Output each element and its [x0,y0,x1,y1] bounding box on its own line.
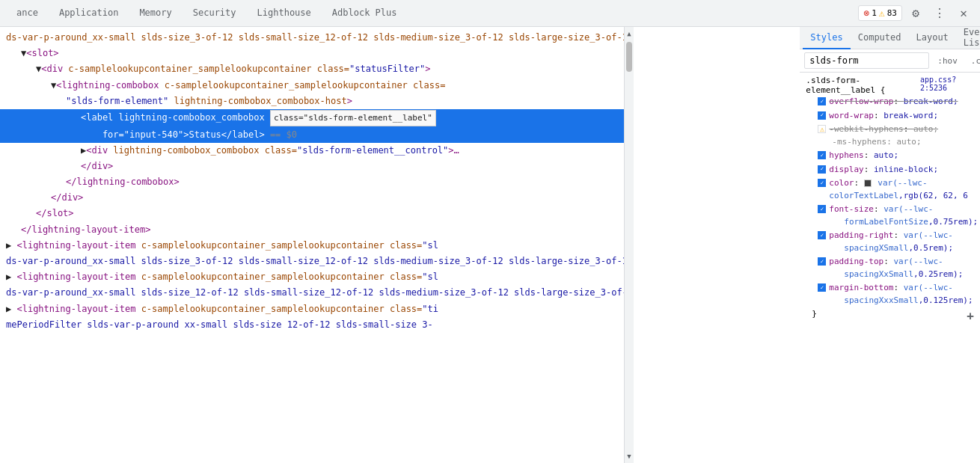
css-prop-padding-top: padding-top: var(--lwc- spacingXxSmall,0… [806,255,974,281]
styles-search-input[interactable] [804,52,929,69]
error-count: 1 [872,8,877,18]
css-checkbox-overflow-wrap[interactable] [818,97,826,105]
dom-panel: ds-var-p-around_xx-small slds-size_3-of-… [0,27,625,463]
css-checkbox-font-size[interactable] [818,205,826,213]
dom-line: ▼<slot> [0,46,624,61]
css-prop-word-wrap: word-wrap: break-word; [806,109,974,123]
css-checkbox-word-wrap[interactable] [818,111,826,120]
css-prop-overflow-wrap: overflow-wrap: break-word; [806,95,974,109]
tab-security[interactable]: Security [183,0,247,27]
dom-line: </slot> [0,206,624,221]
dom-line: mePeriodFilter slds-var-p-around xx-smal… [0,317,624,333]
hov-button[interactable]: :hov [932,54,963,68]
warn-count: 83 [887,8,897,18]
styles-panel: Styles Computed Layout Event Listeners »… [800,27,980,463]
close-icon: ✕ [960,6,967,20]
tab-computed-label: Computed [858,32,901,43]
dom-line: ▶<div lightning-combobox_combobox class=… [0,143,624,159]
styles-filter-bar: :hov .cls + ◀ [800,49,980,73]
css-source: app.css?2:5236 [920,76,974,95]
scroll-up-arrow[interactable]: ▲ [625,28,634,39]
css-checkbox-webkit-hyphens[interactable]: ⚠ [818,125,826,133]
tab-lighthouse[interactable]: Lighthouse [247,0,322,27]
css-prop-hyphens: hyphens: auto; [806,149,974,163]
dom-line: </div> [0,190,624,206]
css-selector: .slds-form-element__label { [806,76,920,95]
tab-ance-label: ance [16,7,38,18]
tab-event-listeners-label: Event Listeners [964,27,980,48]
css-rule-closing: } + [806,307,974,325]
css-prop-margin-bottom: margin-bottom: var(--lwc- spacingXxxSmal… [806,281,974,307]
more-icon: ⋮ [934,6,946,20]
css-checkbox-color[interactable] [818,179,826,187]
tab-styles[interactable]: Styles [803,27,850,49]
dom-line: </div> [0,159,624,174]
close-button[interactable]: ✕ [953,3,974,24]
tab-styles-label: Styles [810,32,842,43]
tab-security-label: Security [193,7,236,18]
tab-layout[interactable]: Layout [909,27,956,49]
dom-line: ▶ <lightning-layout-item c-samplelookupc… [0,301,624,317]
main-content: ds-var-p-around_xx-small slds-size_3-of-… [0,27,980,463]
gear-icon: ⚙ [912,6,919,20]
dom-panel-wrapper: ds-var-p-around_xx-small slds-size_3-of-… [0,27,800,463]
dom-line: ds-var-p-around_xx-small slds-size_12-of… [0,285,624,301]
dom-line: </lightning-layout-item> [0,222,624,238]
tab-memory[interactable]: Memory [129,0,182,27]
css-prop-display: display: inline-block; [806,163,974,177]
css-rule-header: .slds-form-element__label { app.css?2:52… [806,76,974,95]
tooltip-popup: class="slds-form-element__label" [270,110,436,126]
css-prop-padding-right: padding-right: var(--lwc- spacingXSmall,… [806,229,974,255]
tab-ance[interactable]: ance [6,0,49,27]
dom-line: ▼<div c-samplelookupcontainer_samplelook… [0,61,624,77]
dom-text: ds-var-p-around_xx-small slds-size_3-of-… [6,32,433,43]
scroll-thumb[interactable] [626,42,632,72]
dom-content[interactable]: ds-var-p-around_xx-small slds-size_3-of-… [0,27,624,463]
css-closing-brace: } [812,309,817,323]
dom-line: ds-var-p-around_xx-small slds-size_3-of-… [0,30,624,46]
add-property-button[interactable]: + [967,309,974,323]
css-prop-webkit-hyphens: ⚠ -webkit-hyphens: auto; -ms-hyphens: au… [806,123,974,149]
dom-line: ds-var-p-around_xx-small slds-size_3-of-… [0,254,624,269]
css-checkbox-margin-bottom[interactable] [818,283,826,292]
dom-line: "slds-form-element" lightning-combobox_c… [0,93,624,109]
dom-line-selected-cont[interactable]: for="input-540">Status</label> == $0 [0,127,624,143]
warn-icon: ⚠ [879,7,885,19]
dom-scrollbar[interactable]: ▲ ▼ [625,27,634,463]
error-icon: ⊗ [863,7,869,19]
tab-adblock-label: Adblock Plus [332,7,397,18]
tab-application-label: Application [59,7,118,18]
css-checkbox-display[interactable] [818,165,826,174]
dom-line: ▼<lightning-combobox c-samplelookupconta… [0,78,624,93]
css-prop-font-size: font-size: var(--lwc- formLabelFontSize,… [806,203,974,229]
styles-content[interactable]: .slds-form-element__label { app.css?2:52… [800,73,980,463]
top-nav: ance Application Memory Security Lightho… [0,0,980,27]
tab-adblock[interactable]: Adblock Plus [322,0,408,27]
css-checkbox-hyphens[interactable] [818,151,826,159]
error-warn-badge: ⊗ 1 ⚠ 83 [858,5,902,21]
color-swatch[interactable] [864,180,872,187]
dom-line: </lightning-combobox> [0,174,624,190]
nav-right: ⊗ 1 ⚠ 83 ⚙ ⋮ ✕ [858,3,974,24]
css-checkbox-padding-right[interactable] [818,231,826,239]
dom-line: ▶ <lightning-layout-item c-samplelookupc… [0,269,624,285]
tab-lighthouse-label: Lighthouse [257,7,311,18]
settings-button[interactable]: ⚙ [905,3,926,24]
css-prop-color: color: var(--lwc-colorTextLabel,rgb(62, … [806,177,974,203]
tab-application[interactable]: Application [49,0,129,27]
scroll-down-arrow[interactable]: ▼ [625,451,634,462]
tab-event-listeners[interactable]: Event Listeners [956,27,980,49]
styles-tabs: Styles Computed Layout Event Listeners » [800,27,980,49]
dom-line: ▶ <lightning-layout-item c-samplelookupc… [0,238,624,254]
tab-memory-label: Memory [139,7,171,18]
tab-layout-label: Layout [916,32,949,43]
tab-computed[interactable]: Computed [851,27,909,49]
cls-button[interactable]: .cls [966,54,980,68]
more-button[interactable]: ⋮ [929,3,950,24]
dom-line-selected[interactable]: <label lightning-combobox_combobox class… [0,109,624,127]
css-checkbox-padding-top[interactable] [818,257,826,266]
